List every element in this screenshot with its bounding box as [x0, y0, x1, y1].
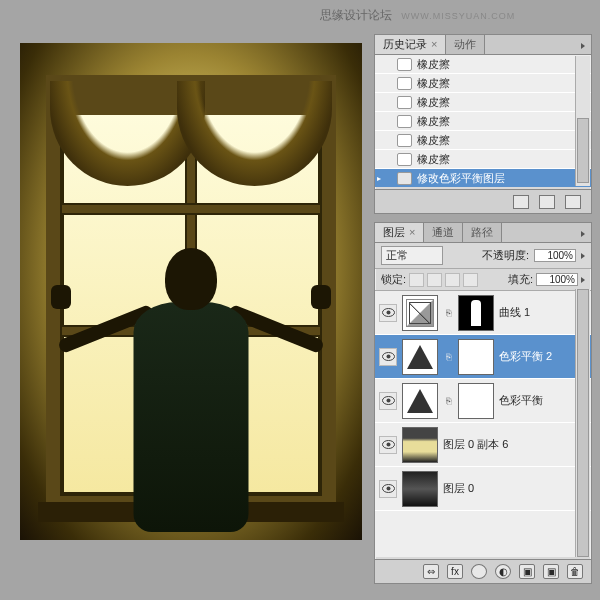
blend-mode-value: 正常 — [386, 249, 408, 261]
history-panel-tabs: 历史记录× 动作 — [375, 35, 591, 55]
group-icon[interactable]: ▣ — [519, 564, 535, 579]
layer-name[interactable]: 曲线 1 — [499, 305, 587, 320]
lock-transparent-icon[interactable] — [409, 273, 424, 287]
history-item[interactable]: 橡皮擦 — [375, 93, 591, 112]
visibility-toggle[interactable] — [379, 480, 397, 498]
eraser-icon — [397, 58, 412, 71]
history-item[interactable]: 橡皮擦 — [375, 150, 591, 169]
link-icon: ⎘ — [443, 352, 453, 362]
layer-thumb[interactable] — [402, 471, 438, 507]
watermark-url: WWW.MISSYUAN.COM — [401, 11, 515, 21]
layer-name[interactable]: 图层 0 副本 6 — [443, 437, 587, 452]
trash-icon[interactable]: 🗑 — [567, 564, 583, 579]
panel-menu-icon[interactable] — [575, 39, 591, 51]
history-item[interactable]: 橡皮擦 — [375, 55, 591, 74]
opacity-slider-icon[interactable] — [581, 253, 585, 259]
history-item-label: 修改色彩平衡图层 — [417, 171, 505, 186]
adjustment-thumb[interactable] — [402, 295, 438, 331]
visibility-toggle[interactable] — [379, 348, 397, 366]
layer-name[interactable]: 色彩平衡 2 — [499, 349, 587, 364]
lock-all-icon[interactable] — [463, 273, 478, 287]
tab-close-icon[interactable]: × — [409, 226, 415, 238]
svg-point-3 — [386, 355, 390, 359]
trash-icon[interactable] — [565, 195, 581, 209]
create-snapshot-icon[interactable] — [513, 195, 529, 209]
svg-point-5 — [386, 399, 390, 403]
panel-menu-icon[interactable] — [575, 227, 591, 239]
history-item[interactable]: 橡皮擦 — [375, 74, 591, 93]
new-document-icon[interactable] — [539, 195, 555, 209]
adjustment-thumb[interactable] — [402, 383, 438, 419]
tab-actions[interactable]: 动作 — [446, 35, 485, 54]
image-content — [20, 43, 362, 540]
opacity-value: 100% — [547, 250, 573, 261]
history-item-label: 橡皮擦 — [417, 114, 450, 129]
scrollbar-thumb[interactable] — [577, 118, 589, 183]
fx-icon[interactable]: fx — [447, 564, 463, 579]
layer-name[interactable]: 图层 0 — [443, 481, 587, 496]
tab-channels-label: 通道 — [432, 226, 454, 238]
fill-slider-icon[interactable] — [581, 277, 585, 283]
watermark: 思缘设计论坛 WWW.MISSYUAN.COM — [320, 7, 515, 24]
history-item[interactable]: 橡皮擦 — [375, 131, 591, 150]
history-item-label: 橡皮擦 — [417, 152, 450, 167]
layer-row[interactable]: ⎘ 色彩平衡 2 — [375, 335, 591, 379]
opacity-label: 不透明度: — [482, 248, 529, 263]
tab-close-icon[interactable]: × — [431, 38, 437, 50]
history-scrollbar[interactable] — [575, 56, 590, 186]
tab-paths-label: 路径 — [471, 226, 493, 238]
adjustment-thumb[interactable] — [402, 339, 438, 375]
layer-name[interactable]: 色彩平衡 — [499, 393, 587, 408]
layer-thumb[interactable] — [402, 427, 438, 463]
tab-channels[interactable]: 通道 — [424, 223, 463, 242]
tab-actions-label: 动作 — [454, 38, 476, 50]
eraser-icon — [397, 115, 412, 128]
layer-row[interactable]: ⎘ 色彩平衡 — [375, 379, 591, 423]
svg-point-7 — [386, 443, 390, 447]
layer-row[interactable]: 图层 0 副本 6 — [375, 423, 591, 467]
new-layer-icon[interactable]: ▣ — [543, 564, 559, 579]
fill-input[interactable]: 100% — [536, 273, 578, 286]
visibility-toggle[interactable] — [379, 392, 397, 410]
link-icon: ⎘ — [443, 396, 453, 406]
fill-value: 100% — [549, 274, 575, 285]
eraser-icon — [397, 153, 412, 166]
layers-footer: ⇔ fx ◐ ▣ ▣ 🗑 — [375, 559, 591, 583]
watermark-text: 思缘设计论坛 — [320, 8, 392, 22]
mask-thumb[interactable] — [458, 295, 494, 331]
mask-icon[interactable] — [471, 564, 487, 579]
layer-list[interactable]: ⎘ 曲线 1 ⎘ 色彩平衡 2 ⎘ 色彩平衡 图层 0 副本 6 图层 0 — [375, 291, 591, 557]
opacity-input[interactable]: 100% — [534, 249, 576, 262]
layer-row[interactable]: ⎘ 曲线 1 — [375, 291, 591, 335]
history-footer — [375, 189, 591, 213]
document-canvas[interactable] — [20, 43, 362, 540]
visibility-toggle[interactable] — [379, 304, 397, 322]
scrollbar-thumb[interactable] — [577, 289, 589, 557]
lock-position-icon[interactable] — [445, 273, 460, 287]
layer-row[interactable]: 图层 0 — [375, 467, 591, 511]
eraser-icon — [397, 134, 412, 147]
blend-mode-select[interactable]: 正常 — [381, 246, 443, 265]
history-list[interactable]: 橡皮擦 橡皮擦 橡皮擦 橡皮擦 橡皮擦 橡皮擦 ▸修改色彩平衡图层 — [375, 55, 591, 187]
mask-thumb[interactable] — [458, 339, 494, 375]
link-layers-icon[interactable]: ⇔ — [423, 564, 439, 579]
layers-scrollbar[interactable] — [575, 289, 590, 557]
history-item[interactable]: ▸修改色彩平衡图层 — [375, 169, 591, 187]
lock-image-icon[interactable] — [427, 273, 442, 287]
adjustment-layer-icon[interactable]: ◐ — [495, 564, 511, 579]
eraser-icon — [397, 96, 412, 109]
visibility-toggle[interactable] — [379, 436, 397, 454]
history-item-label: 橡皮擦 — [417, 76, 450, 91]
history-item-label: 橡皮擦 — [417, 95, 450, 110]
tab-paths[interactable]: 路径 — [463, 223, 502, 242]
adjustment-icon — [397, 172, 412, 185]
layer-options-row: 正常 不透明度: 100% — [375, 243, 591, 269]
layers-panel: 图层× 通道 路径 正常 不透明度: 100% 锁定: 填充: 100% ⎘ 曲… — [374, 222, 592, 584]
history-item[interactable]: 橡皮擦 — [375, 112, 591, 131]
mask-thumb[interactable] — [458, 383, 494, 419]
lock-label: 锁定: — [381, 272, 406, 287]
history-panel: 历史记录× 动作 橡皮擦 橡皮擦 橡皮擦 橡皮擦 橡皮擦 橡皮擦 ▸修改色彩平衡… — [374, 34, 592, 214]
tab-history[interactable]: 历史记录× — [375, 35, 446, 54]
eraser-icon — [397, 77, 412, 90]
tab-layers[interactable]: 图层× — [375, 223, 424, 242]
